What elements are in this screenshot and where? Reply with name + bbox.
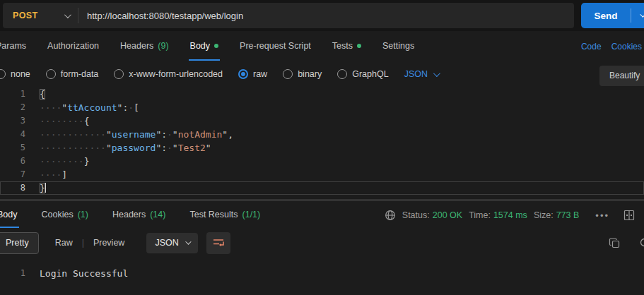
size-pair: Size: 773 B bbox=[534, 210, 579, 220]
code-token: · bbox=[128, 102, 134, 113]
response-tab-cookies[interactable]: Cookies (1) bbox=[40, 203, 90, 228]
tab-authorization[interactable]: Authorization bbox=[46, 32, 100, 61]
code-link[interactable]: Code bbox=[581, 42, 602, 52]
tab-label: Tests bbox=[332, 41, 353, 51]
tab-count: (1/1) bbox=[242, 210, 261, 219]
code-text: ············"password":·"Test2" bbox=[40, 141, 211, 155]
response-text: Login Successful bbox=[40, 267, 128, 280]
radio-label: binary bbox=[298, 69, 322, 79]
code-token: " bbox=[206, 143, 211, 153]
code-token: " bbox=[172, 143, 178, 153]
code-token: { bbox=[40, 89, 45, 100]
code-token: ············ bbox=[40, 143, 106, 153]
tab-pre-request-script[interactable]: Pre-request Script bbox=[238, 32, 312, 61]
request-body-editor[interactable]: 1{2····"ttAccount":·[3········{4········… bbox=[0, 88, 644, 198]
radio-none[interactable]: none bbox=[0, 69, 30, 79]
line-number: 3 bbox=[0, 114, 25, 128]
code-token: ttAccount bbox=[67, 102, 117, 113]
radio-icon bbox=[46, 69, 56, 79]
tab-label: Test Results bbox=[189, 210, 238, 219]
editor-line[interactable]: 6········} bbox=[0, 155, 644, 168]
search-icon[interactable] bbox=[639, 237, 644, 249]
radio-icon bbox=[283, 69, 293, 79]
size-value: 773 B bbox=[556, 210, 580, 220]
radio-binary[interactable]: binary bbox=[283, 69, 322, 79]
editor-line[interactable]: 1{ bbox=[0, 88, 644, 101]
tab-label: Cookies bbox=[42, 210, 74, 219]
time-value: 1574 ms bbox=[493, 210, 527, 220]
tab-tests[interactable]: Tests bbox=[331, 32, 363, 61]
send-options-button[interactable] bbox=[631, 13, 644, 18]
tab-params[interactable]: Params bbox=[0, 32, 28, 61]
globe-icon bbox=[385, 210, 396, 221]
tab-headers[interactable]: Headers (9) bbox=[119, 32, 170, 61]
code-token: ········ bbox=[40, 116, 84, 126]
format-icon bbox=[212, 237, 225, 248]
code-text: ········{ bbox=[40, 114, 89, 128]
request-tabs: Params Authorization Headers (9) Body Pr… bbox=[0, 32, 644, 61]
more-options-icon[interactable]: ••• bbox=[595, 210, 609, 221]
code-token: ": bbox=[156, 143, 167, 153]
radio-graphql[interactable]: GraphQL bbox=[337, 69, 388, 79]
radio-selected-icon bbox=[238, 69, 248, 79]
tab-label: Authorization bbox=[47, 41, 99, 51]
beautify-button[interactable]: Beautify bbox=[599, 66, 644, 86]
chevron-down-icon bbox=[433, 70, 440, 77]
editor-line[interactable]: 2····"ttAccount":·[ bbox=[0, 101, 644, 114]
editor-line[interactable]: 3········{ bbox=[0, 114, 644, 128]
line-number: 8 bbox=[0, 181, 25, 195]
method-select[interactable]: POST bbox=[3, 3, 78, 28]
tab-label: Headers bbox=[112, 210, 146, 219]
editor-line[interactable]: 7····] bbox=[0, 168, 644, 181]
copy-icon[interactable] bbox=[609, 237, 621, 249]
pane-splitter[interactable] bbox=[0, 199, 644, 201]
radio-icon bbox=[0, 69, 6, 79]
tab-body[interactable]: Body bbox=[189, 32, 221, 61]
request-url-bar: POST http://localhost:8080/testapp/web/l… bbox=[0, 0, 644, 31]
code-text: { bbox=[40, 88, 45, 101]
body-language-select[interactable]: JSON bbox=[404, 69, 438, 79]
response-tab-headers[interactable]: Headers (14) bbox=[111, 203, 167, 228]
editor-line[interactable]: 4············"username":·"notAdmin", bbox=[0, 128, 644, 141]
code-token: ············ bbox=[40, 129, 106, 140]
code-token: ", bbox=[222, 129, 233, 140]
response-tab-test-results[interactable]: Test Results (1/1) bbox=[188, 203, 262, 228]
request-input-group: POST http://localhost:8080/testapp/web/l… bbox=[3, 3, 574, 28]
radio-x-www-form-urlencoded[interactable]: x-www-form-urlencoded bbox=[114, 69, 223, 79]
code-text: ············"username":·"notAdmin", bbox=[40, 128, 233, 141]
code-token: · bbox=[167, 143, 172, 153]
tab-count: (9) bbox=[158, 41, 168, 51]
code-token: ": bbox=[156, 129, 167, 140]
send-button[interactable]: Send bbox=[581, 3, 644, 28]
code-token: " bbox=[106, 143, 112, 153]
send-button-label[interactable]: Send bbox=[581, 11, 631, 21]
response-tab-body[interactable]: Body bbox=[0, 203, 19, 228]
code-token: ": bbox=[117, 102, 129, 113]
radio-raw[interactable]: raw bbox=[238, 69, 267, 79]
url-input[interactable]: http://localhost:8080/testapp/web/login bbox=[78, 11, 574, 21]
radio-label: form-data bbox=[61, 69, 99, 79]
radio-form-data[interactable]: form-data bbox=[46, 69, 99, 79]
tab-settings[interactable]: Settings bbox=[381, 32, 416, 61]
response-body-viewer[interactable]: 1Login Successful bbox=[0, 258, 644, 295]
cookies-link[interactable]: Cookies bbox=[611, 42, 642, 52]
pane-layout-icon[interactable] bbox=[623, 209, 636, 222]
response-language-select[interactable]: JSON bbox=[146, 233, 197, 253]
code-token: " bbox=[172, 129, 178, 140]
view-raw-button[interactable]: Raw bbox=[46, 238, 82, 248]
response-actions bbox=[609, 230, 644, 255]
language-label: JSON bbox=[155, 238, 178, 248]
view-pretty-button[interactable]: Pretty bbox=[0, 232, 39, 254]
radio-label: raw bbox=[253, 69, 267, 79]
code-token: { bbox=[84, 116, 90, 126]
green-dot-icon bbox=[214, 44, 218, 48]
radio-label: GraphQL bbox=[352, 69, 388, 79]
header-links: Code Cookies bbox=[581, 32, 644, 61]
tab-label: Body bbox=[190, 41, 211, 51]
view-preview-button[interactable]: Preview bbox=[84, 238, 134, 248]
editor-line[interactable]: 8} bbox=[0, 181, 644, 195]
code-token: ···· bbox=[40, 102, 62, 113]
radio-label: none bbox=[11, 69, 30, 79]
editor-line[interactable]: 5············"password":·"Test2" bbox=[0, 141, 644, 155]
format-button[interactable] bbox=[206, 232, 230, 254]
